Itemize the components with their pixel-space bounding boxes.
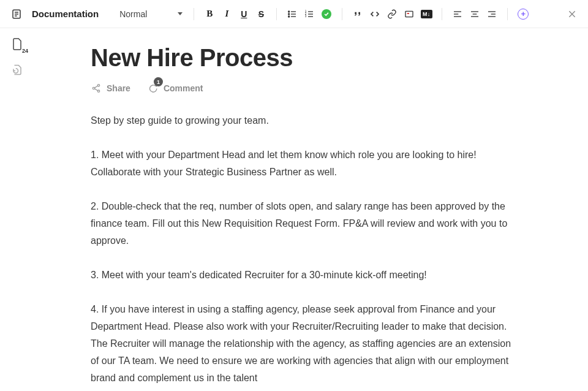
document-type-icon [11,9,22,20]
svg-text:3: 3 [305,15,307,18]
svg-line-33 [94,89,97,91]
comment-button[interactable]: 1 Comment [148,83,203,94]
plus-circle-icon: + [518,9,529,20]
svg-point-6 [288,13,290,15]
step-2: 2. Double-check that the req, number of … [91,198,519,249]
align-left-button[interactable] [450,6,466,22]
separator [442,8,442,20]
align-right-button[interactable] [484,6,500,22]
list-group: 123 [284,6,334,22]
toolbar-left: Documentation Normal [11,7,186,21]
page-history-button[interactable] [10,63,24,77]
underline-button[interactable]: U [236,6,252,22]
check-circle-icon [322,9,331,19]
ordered-list-button[interactable]: 123 [301,6,317,22]
document-type-label: Documentation [32,9,99,19]
bold-button[interactable]: B [202,6,217,22]
paragraph-style-dropdown[interactable]: Normal [116,7,186,21]
intro-paragraph: Step by step guide to growing your team. [91,112,519,129]
toolbar: Documentation Normal B I U S 123 [0,0,588,28]
comment-label: Comment [164,83,203,93]
text-format-group: B I U S [202,6,269,22]
paragraph-style-label: Normal [119,9,147,19]
close-button[interactable] [565,7,579,21]
document-actions: Share 1 Comment [91,83,544,94]
separator [507,8,508,20]
bullet-list-button[interactable] [284,6,300,22]
share-label: Share [107,83,130,93]
add-block-button[interactable]: + [515,6,531,22]
svg-point-8 [288,16,290,17]
quote-button[interactable] [350,6,366,22]
markdown-button[interactable]: M↓ [418,6,434,22]
step-4: 4. If you have interest in using a staff… [91,301,519,387]
share-icon [91,83,102,94]
page-count-badge: 24 [22,48,28,54]
step-3: 3. Meet with your team's dedicated Recru… [91,267,519,284]
link-button[interactable] [384,6,400,22]
share-button[interactable]: Share [91,83,130,94]
embed-button[interactable] [401,6,417,22]
code-block-button[interactable] [367,6,383,22]
insert-group: M↓ [350,6,434,22]
separator [194,8,194,20]
italic-button[interactable]: I [219,6,235,22]
svg-point-4 [288,11,290,12]
align-group [450,6,500,22]
strikethrough-button[interactable]: S [253,6,269,22]
page-list-button[interactable]: 24 [10,37,24,51]
page-title: New Hire Process [91,44,544,72]
svg-rect-17 [407,13,409,14]
document-area[interactable]: New Hire Process Share 1 Comment Step by… [34,28,581,391]
chevron-down-icon [178,12,183,15]
separator [276,8,277,20]
left-gutter: 24 [0,28,34,391]
step-1: 1. Meet with your Department Head and le… [91,146,519,181]
checklist-button[interactable] [318,6,334,22]
document-body[interactable]: Step by step guide to growing your team.… [91,112,519,387]
comment-count-badge: 1 [154,77,163,86]
markdown-icon: M↓ [421,10,432,18]
align-center-button[interactable] [467,6,483,22]
separator [342,8,342,20]
svg-line-32 [94,86,97,88]
